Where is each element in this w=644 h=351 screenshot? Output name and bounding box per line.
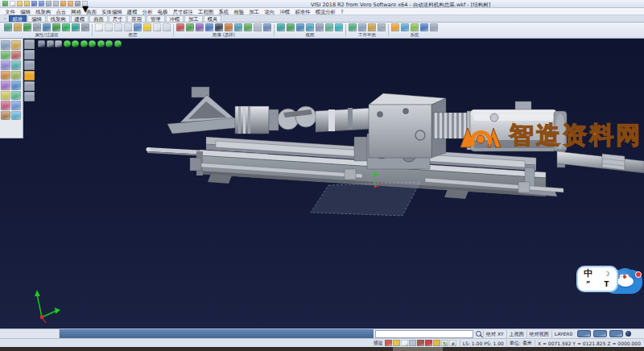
menu-dimension[interactable]: 尺寸标注 [171, 8, 196, 15]
fillet-tool-icon[interactable] [1, 111, 10, 121]
arc-tool-icon[interactable] [1, 101, 10, 110]
refresh-icon[interactable]: ↻ [441, 340, 448, 346]
new-layer-icon[interactable] [95, 23, 103, 31]
rotate-tool-icon[interactable] [1, 71, 10, 81]
menu-pointcloud[interactable]: 点云 [53, 8, 68, 15]
iso-view-icon[interactable] [277, 23, 285, 31]
toolbar-collapse-icon[interactable]: - [4, 15, 6, 22]
system-help-icon[interactable] [430, 23, 438, 31]
intersection-osnap-icon[interactable] [97, 40, 105, 47]
erase-tool-icon[interactable] [11, 51, 21, 60]
zoom-window-icon[interactable] [234, 23, 242, 31]
workplane-xy-icon[interactable] [349, 23, 357, 31]
menu-electrode[interactable]: 电极 [155, 8, 171, 15]
workplane-entity-icon[interactable] [368, 23, 376, 31]
menu-die[interactable]: 冲模 [277, 8, 292, 15]
shade-mode-icon[interactable] [176, 23, 184, 31]
layer-on-icon[interactable] [114, 23, 122, 31]
layer-color-icon[interactable] [143, 23, 151, 31]
menu-help[interactable]: ? [338, 8, 346, 15]
render-settings-button[interactable] [24, 81, 35, 91]
visibility-filter-icon[interactable] [62, 23, 70, 31]
profile-view-button[interactable] [24, 50, 35, 60]
quadrant-osnap-icon[interactable] [89, 40, 96, 47]
front-view-icon[interactable] [296, 23, 304, 31]
units-value[interactable]: 毫米 [522, 340, 532, 347]
select-tool-icon[interactable] [1, 40, 10, 50]
color-filter-icon[interactable] [23, 23, 31, 31]
layer-lock-icon[interactable] [153, 23, 161, 31]
center-snap-icon[interactable] [409, 340, 416, 346]
tab-dimension[interactable]: 尺寸 [109, 15, 127, 23]
workplane-overlay[interactable] [311, 182, 420, 216]
menu-modeling[interactable]: 建模 [125, 8, 140, 15]
midpoint-osnap-icon[interactable] [72, 40, 79, 47]
named-view-icon[interactable] [335, 23, 343, 31]
tangent-osnap-icon[interactable] [105, 40, 113, 47]
workplane-reset-icon[interactable] [378, 23, 386, 31]
redo-icon[interactable] [68, 1, 73, 6]
tab-mold[interactable]: 模具 [204, 15, 222, 23]
attribute-paint-icon[interactable] [14, 23, 22, 31]
wireframe-mode-icon[interactable] [186, 23, 194, 31]
midpoint-snap-icon[interactable] [393, 340, 400, 346]
calculator-icon[interactable] [411, 23, 419, 31]
workplane-align-icon[interactable] [358, 23, 366, 31]
menu-edit[interactable]: 编辑 [18, 8, 33, 15]
current-view[interactable]: 上视图 [506, 330, 526, 338]
side-view-icon[interactable] [306, 23, 314, 31]
save-all-icon[interactable] [39, 1, 44, 6]
3d-viewport[interactable]: 智造资料网 中 ☽ ” T [0, 39, 644, 328]
print-preview-icon[interactable] [53, 1, 59, 6]
ime-fullwidth-toggle-icon[interactable]: ☽ [604, 270, 610, 278]
settings-icon[interactable] [391, 23, 399, 31]
chain-select-tool-icon[interactable] [1, 51, 10, 60]
scale-tool-icon[interactable] [1, 81, 10, 90]
coordinate-mode[interactable]: 绝对 XY [483, 330, 506, 338]
save-icon[interactable] [31, 1, 37, 6]
display-options-button[interactable] [24, 92, 35, 101]
view-reference[interactable]: 绝对视图 [526, 330, 551, 338]
menu-solid-edit[interactable]: 实体编辑 [99, 8, 125, 15]
layer-settings-icon[interactable] [163, 23, 171, 31]
select-filter-icon[interactable] [4, 23, 12, 31]
type-filter-icon[interactable] [43, 23, 51, 31]
bottom-view-icon[interactable] [325, 23, 333, 31]
open-recent-icon[interactable] [24, 1, 30, 6]
endpoint-snap-icon[interactable] [385, 340, 392, 346]
info-icon[interactable] [420, 23, 428, 31]
ime-punctuation-toggle-icon[interactable]: ” [586, 281, 591, 288]
database-icon[interactable] [401, 23, 409, 31]
new-file-icon[interactable] [10, 1, 15, 6]
dynamic-rotate-icon[interactable] [225, 23, 233, 31]
menu-verify[interactable]: 校验 [231, 8, 246, 15]
grid-icon[interactable]: # [449, 340, 456, 346]
toolbar-options-icon[interactable]: ▾ [82, 1, 88, 6]
ucs-icon[interactable] [55, 40, 62, 47]
tangent-snap-icon[interactable] [425, 340, 432, 346]
ime-red-button[interactable] [635, 271, 642, 278]
move-tool-icon[interactable] [1, 60, 10, 70]
ime-skin-button-icon[interactable]: T [605, 281, 609, 288]
layer-off-icon[interactable] [124, 23, 132, 31]
menu-moldflow[interactable]: 模流分析 [313, 8, 339, 15]
menu-standard-parts[interactable]: 标准件 [292, 8, 312, 15]
menu-machining[interactable]: 加工 [246, 8, 262, 15]
previous-view-icon[interactable] [263, 23, 271, 31]
tab-wireframe[interactable]: 线架构 [47, 15, 70, 23]
tab-manage[interactable]: 管理 [147, 15, 165, 23]
help-icon[interactable] [75, 1, 80, 6]
text-tool-icon[interactable] [11, 111, 21, 121]
quadrant-snap-icon[interactable] [417, 340, 424, 346]
menu-reverse[interactable]: 逆向 [262, 8, 277, 15]
zoom-fit-icon[interactable] [244, 23, 252, 31]
3d-model-canvas[interactable] [0, 39, 644, 328]
intersection-snap-icon[interactable] [401, 340, 408, 346]
hidden-line-icon[interactable] [196, 23, 204, 31]
open-folder-icon[interactable] [17, 1, 23, 6]
tripod-bracket[interactable] [167, 87, 243, 134]
undo-icon[interactable] [60, 1, 66, 6]
view-sphere-icon[interactable] [625, 331, 631, 337]
layer-filter-icon[interactable] [33, 23, 41, 31]
command-input[interactable] [375, 330, 473, 338]
